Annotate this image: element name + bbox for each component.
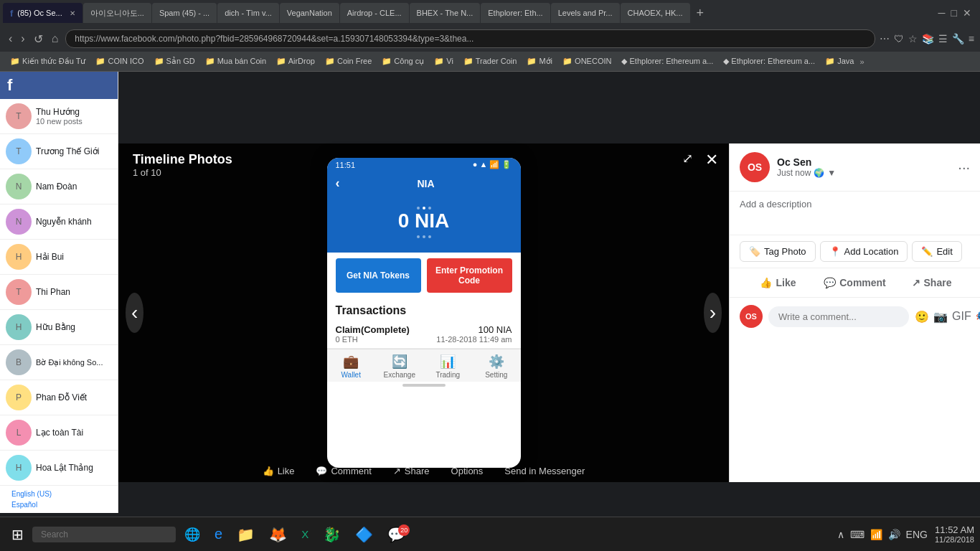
tab-8[interactable]: Ethplorer: Eth... — [481, 3, 550, 23]
fb-contact-truong[interactable]: T Trương Thế Giới — [0, 134, 118, 169]
library-icon[interactable]: 📚 — [922, 33, 934, 44]
bookmark-san-gd[interactable]: 📁 Sản GD — [150, 55, 199, 67]
post-author-avatar: OS — [740, 152, 770, 182]
photo-next-button[interactable]: › — [704, 293, 722, 333]
tab-2[interactable]: 아이오니아도... — [83, 3, 151, 23]
maximize-button[interactable]: □ — [951, 7, 957, 19]
phone-nav-trading[interactable]: 📊 Trading — [424, 354, 473, 379]
photo-expand-button[interactable]: ⤢ — [682, 151, 693, 166]
taskbar-app7[interactable]: 🔷 — [349, 523, 379, 546]
bookmark-coin-ico[interactable]: 📁 COIN ICO — [91, 55, 148, 67]
tab-9[interactable]: Levels and Pr... — [551, 3, 620, 23]
fb-language-espanol[interactable]: Español — [6, 499, 112, 510]
bookmark-kien-thuc[interactable]: 📁 Kiến thức Đầu Tư — [6, 55, 90, 67]
enter-promo-button[interactable]: Enter Promotion Code — [427, 258, 512, 293]
fb-contact-bo[interactable]: B Bờ Đại không So... — [0, 345, 118, 380]
bookmark-java[interactable]: 📁 Java — [821, 55, 858, 67]
fb-contact-hoa[interactable]: H Hoa Lật Thảng — [0, 451, 118, 486]
phone-back-icon[interactable]: ‹ — [336, 176, 340, 191]
photo-comment-btn[interactable]: 💬 Comment — [316, 466, 371, 476]
sticker-button[interactable]: 🎭 — [976, 310, 980, 324]
start-button[interactable]: ⊞ — [6, 523, 29, 546]
tab-3[interactable]: Spam (45) - ... — [152, 3, 217, 23]
menu-icon[interactable]: ≡ — [969, 33, 974, 44]
phone-nav-exchange[interactable]: 🔄 Exchange — [375, 354, 424, 379]
tab-4[interactable]: dich - Tìm v... — [217, 3, 279, 23]
bookmark-vi[interactable]: 📁 Vi — [430, 55, 458, 67]
phone-nav-setting[interactable]: ⚙️ Setting — [472, 354, 521, 379]
photo-info: Timeline Photos 1 of 10 — [133, 152, 232, 178]
fb-contact-lac[interactable]: L Lạc toàn Tài — [0, 415, 118, 451]
minimize-button[interactable]: ─ — [938, 7, 946, 19]
bookmarks-more[interactable]: » — [859, 57, 864, 66]
bookmark-star-icon[interactable]: ☆ — [908, 33, 918, 44]
back-button[interactable]: ‹ — [6, 31, 15, 47]
bookmark-ethplorer1[interactable]: ◆ Ethplorer: Ethereum a... — [617, 55, 717, 67]
add-location-button[interactable]: 📍 Add Location — [820, 241, 908, 262]
taskbar-search[interactable] — [32, 527, 176, 542]
fb-contact-huu[interactable]: H Hữu Bằng — [0, 310, 118, 345]
tag-photo-button[interactable]: 🏷️ Tag Photo — [740, 241, 816, 262]
bookmark-moi[interactable]: 📁 Mới — [522, 55, 557, 67]
photo-button[interactable]: 📷 — [933, 310, 948, 324]
address-input[interactable] — [65, 29, 875, 48]
get-nia-tokens-button[interactable]: Get NIA Tokens — [336, 258, 421, 293]
bookmark-trader-coin[interactable]: 📁 Trader Coin — [459, 55, 522, 67]
bookmark-mua-ban[interactable]: 📁 Mua bán Coin — [201, 55, 271, 67]
gif-button[interactable]: GIF — [952, 310, 971, 324]
photo-messenger-btn[interactable]: Send in Messenger — [504, 466, 585, 476]
tab-6[interactable]: Airdrop - CLE... — [340, 3, 409, 23]
tab-close-icon[interactable]: ✕ — [70, 9, 75, 17]
photo-options-btn[interactable]: Options — [451, 466, 484, 476]
reader-icon[interactable]: ☰ — [938, 33, 948, 44]
bookmark-coin-free[interactable]: 📁 Coin Free — [321, 55, 376, 67]
photo-like-btn[interactable]: 👍 Like — [263, 466, 295, 476]
fb-contact-nam[interactable]: N Nam Đoàn — [0, 169, 118, 204]
post-author: OS Oc Sen Just now 🌍 ▼ — [740, 152, 836, 182]
taskbar-explorer[interactable]: 📁 — [231, 523, 260, 546]
taskbar-app6[interactable]: 🐉 — [317, 523, 347, 546]
taskbar-ie[interactable]: e — [209, 523, 228, 545]
taskbar-edge[interactable]: 🌐 — [179, 524, 206, 545]
tab-5[interactable]: VeganNation — [280, 3, 339, 23]
fb-contact-thi[interactable]: T Thi Phan — [0, 275, 118, 310]
tab-10[interactable]: CHAOEX, HK... — [621, 3, 690, 23]
photo-share-btn[interactable]: ↗ Share — [393, 466, 430, 476]
like-icon: 👍 — [760, 277, 772, 288]
fb-contact-hai[interactable]: H Hải Bui — [0, 240, 118, 275]
like-reaction-button[interactable]: 👍 Like — [740, 273, 816, 293]
fb-contact-nguyen[interactable]: N Nguyễn khánh — [0, 204, 118, 240]
close-window-button[interactable]: ✕ — [963, 7, 971, 19]
phone-nav-wallet[interactable]: 💼 Wallet — [327, 354, 376, 379]
edit-button[interactable]: ✏️ Edit — [912, 241, 961, 262]
taskbar-messenger[interactable]: 💬 20 — [382, 523, 411, 546]
forward-button[interactable]: › — [18, 31, 27, 47]
photo-prev-button[interactable]: ‹ — [126, 293, 143, 333]
home-button[interactable]: ⌂ — [49, 31, 62, 47]
chevron-up-icon[interactable]: ∧ — [837, 529, 844, 540]
tab-active[interactable]: f (85) Oc Se... ✕ — [3, 3, 83, 23]
bookmark-onecoin[interactable]: 📁 ONECOIN — [558, 55, 616, 67]
fb-contact-name-3: Nam Đoàn — [36, 182, 77, 192]
share-reaction-button[interactable]: ↗ Share — [893, 273, 970, 293]
emoji-button[interactable]: 🙂 — [915, 310, 929, 324]
reload-button[interactable]: ↺ — [31, 31, 46, 47]
bookmark-cong-cu[interactable]: 📁 Công cụ — [377, 55, 428, 67]
bookmark-ethplorer2[interactable]: ◆ Ethplorer: Ethereum a... — [719, 55, 819, 67]
new-tab-button[interactable]: + — [691, 6, 710, 21]
tab-7[interactable]: BHEX - The N... — [410, 3, 481, 23]
post-author-time: Just now 🌍 ▼ — [777, 168, 836, 178]
fb-language-english[interactable]: English (US) — [6, 489, 112, 499]
post-description[interactable]: Add a description — [730, 192, 980, 235]
taskbar-excel[interactable]: X — [296, 525, 314, 543]
photo-close-button[interactable]: ✕ — [705, 151, 718, 169]
comment-reaction-button[interactable]: 💬 Comment — [816, 273, 893, 293]
comment-input[interactable] — [768, 306, 909, 327]
extension-icon[interactable]: 🔧 — [952, 33, 964, 44]
post-more-button[interactable]: ··· — [958, 159, 970, 176]
fb-contact-phan[interactable]: P Phan Đỗ Viết — [0, 380, 118, 415]
bookmark-airdrop[interactable]: 📁 AirDrop — [272, 55, 319, 67]
fb-contact-thu-huong[interactable]: T Thu Hướng 10 new posts — [0, 99, 118, 134]
taskbar-firefox[interactable]: 🦊 — [263, 523, 293, 546]
more-options-icon[interactable]: ⋯ — [880, 33, 890, 44]
